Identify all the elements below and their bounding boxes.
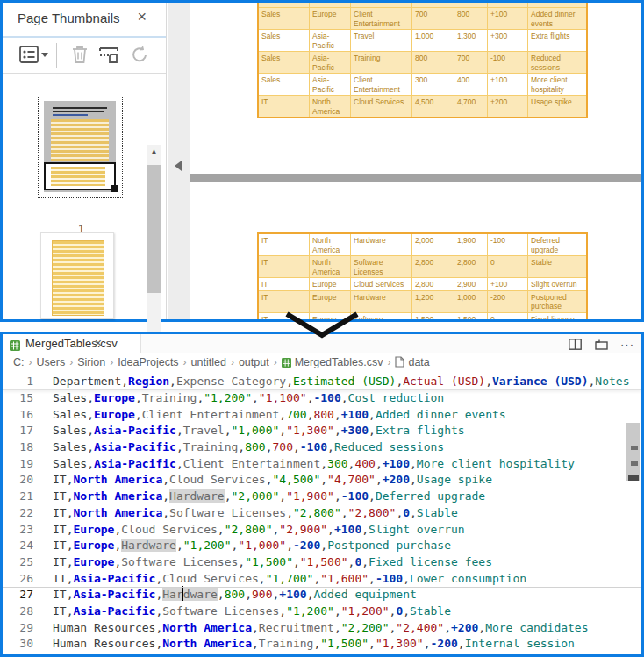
breadcrumb-item[interactable]: output [239, 356, 269, 368]
editor-scrollbar[interactable] [625, 373, 641, 654]
editor-scrollbar-thumb[interactable] [626, 423, 640, 481]
csv-field: Deferred upgrade [376, 489, 485, 503]
csv-field: Cost reduction [348, 391, 445, 404]
breadcrumb-item[interactable]: IdeaProjects [118, 356, 178, 368]
pdf-table-cell: Deferred upgrade [528, 234, 586, 255]
tab-close-icon[interactable]: × [95, 336, 102, 350]
breadcrumb-item[interactable]: C: [13, 356, 25, 368]
csv-field: "2,800" [225, 523, 273, 536]
breadcrumb-item-file[interactable]: MergedTables.csv [295, 356, 383, 368]
csv-field: North America [162, 621, 252, 634]
code-area[interactable]: 1Department,Region,Expense Category,Esti… [3, 373, 641, 654]
csv-line[interactable]: 20IT,North America,Cloud Services,"4,500… [3, 472, 641, 489]
delete-page-icon[interactable] [69, 44, 90, 68]
more-actions-icon[interactable]: ··· [620, 338, 634, 351]
csv-line[interactable]: 18Sales,Asia-Pacific,Training,800,700,-1… [3, 439, 641, 456]
csv-field: 700 [286, 408, 306, 421]
csv-field: -200 [431, 637, 458, 650]
csv-field: IT [53, 539, 67, 552]
csv-field: Cloud Services [162, 572, 259, 585]
csv-field: Training [259, 637, 314, 650]
breadcrumb-item[interactable]: untitled [191, 356, 226, 368]
csv-field: Europe [94, 391, 135, 404]
panel-resize-gutter[interactable] [168, 3, 190, 319]
insert-page-icon[interactable] [97, 44, 120, 68]
breadcrumb-item[interactable]: Users [37, 356, 66, 368]
csv-line[interactable]: 15Sales,Europe,Training,"1,200","1,100",… [3, 390, 641, 407]
csv-field: Slight overrun [369, 523, 465, 536]
thumbnail-viewport-box[interactable] [44, 162, 116, 190]
scroll-up-icon[interactable]: ▲ [147, 145, 161, 159]
split-editor-icon[interactable] [569, 338, 582, 353]
pdf-table-cut-cell [528, 3, 586, 7]
csv-line[interactable]: 26IT,Asia-Pacific,Cloud Services,"1,700"… [3, 571, 641, 588]
panel-scrollbar-thumb[interactable] [147, 165, 161, 293]
sticky-header-line[interactable]: 1Department,Region,Expense Category,Esti… [3, 373, 641, 390]
csv-field: +100 [383, 457, 410, 470]
pdf-table-cell: Cloud Services [351, 96, 411, 117]
breadcrumb-separator-icon: › [269, 356, 282, 368]
pdf-document-area[interactable]: SalesEuropeClient Entertainment700800+10… [190, 3, 641, 319]
pdf-table-cell: North America [310, 256, 350, 277]
pdf-table-cell: -100 [488, 52, 527, 73]
csv-line[interactable]: 30Human Resources,North America,Training… [3, 636, 641, 653]
csv-line[interactable]: 22IT,North America,Software Licenses,"2,… [3, 505, 641, 522]
csv-field: 700 [272, 440, 292, 453]
csv-field: "4,700" [327, 473, 376, 486]
csv-line[interactable]: 17Sales,Asia-Pacific,Travel,"1,000","1,3… [3, 423, 641, 439]
pdf-table-cell: 0 [488, 256, 527, 277]
csv-field: Training [142, 391, 197, 404]
breadcrumb-item-symbol[interactable]: data [408, 356, 429, 368]
close-icon[interactable]: × [137, 8, 147, 26]
pdf-table-cell: Cloud Services [351, 278, 411, 290]
thumbnail-options-icon[interactable] [18, 44, 39, 68]
csv-field: Postponed purchase [327, 539, 451, 552]
csv-field: +100 [341, 408, 369, 421]
csv-line[interactable]: 29Human Resources,North America,Recruitm… [3, 620, 641, 637]
csv-field: Hardware [121, 539, 176, 552]
tab-mergedtables-csv[interactable]: MergedTables.csv × [3, 334, 141, 353]
csv-field: Fixed license fees [369, 555, 492, 568]
csv-field: More client hospitality [417, 457, 575, 470]
csv-field: Notes [595, 375, 629, 388]
customize-layout-icon[interactable] [595, 338, 608, 353]
csv-field: Asia-Pacific [94, 424, 176, 437]
page-thumbnail-1[interactable]: 1 [38, 96, 123, 198]
chevron-down-icon[interactable] [41, 53, 48, 57]
csv-field: IT [53, 489, 67, 503]
collapse-panel-icon[interactable] [175, 161, 182, 171]
csv-field: "1,500" [300, 555, 348, 568]
csv-field: Europe [73, 539, 114, 552]
csv-line[interactable]: 28IT,Asia-Pacific,Software Licenses,"1,2… [3, 603, 641, 620]
page-thumbnails-panel: Page Thumbnails × [3, 3, 167, 319]
pdf-table-cell: 700 [454, 52, 487, 73]
tab-label: MergedTables.csv [25, 337, 118, 350]
pdf-table-cell: Software Licenses [351, 256, 411, 277]
pdf-table-cell: IT [259, 96, 309, 117]
csv-line[interactable]: 23IT,Europe,Cloud Services,"2,800","2,90… [3, 522, 641, 539]
pdf-table-cell: Asia-Pacific [310, 74, 350, 95]
csv-field: "1,500" [245, 555, 293, 568]
csv-field: 800 [245, 440, 265, 453]
csv-field: "2,800" [293, 506, 341, 519]
csv-field: Sales [53, 391, 87, 404]
csv-line[interactable]: 16Sales,Europe,Client Entertainment,700,… [3, 407, 641, 424]
csv-field: Asia-Pacific [73, 604, 155, 618]
csv-field: "1,200" [341, 604, 390, 618]
csv-line[interactable]: 25IT,Europe,Software Licenses,"1,500","1… [3, 554, 641, 571]
pdf-table-cell: Asia-Pacific [310, 52, 350, 73]
pdf-table-cell: 1,000 [412, 30, 454, 51]
csv-line[interactable]: 24IT,Europe,Hardware,"1,200","1,000",-20… [3, 538, 641, 554]
csv-field: IT [53, 506, 67, 519]
csv-line[interactable]: 21IT,North America,Hardware,"2,000","1,9… [3, 489, 641, 505]
csv-line[interactable]: 19Sales,Asia-Pacific,Client Entertainmen… [3, 456, 641, 473]
page-thumbnail-2[interactable] [40, 232, 114, 319]
csv-field: Human Resources [53, 637, 155, 650]
csv-field: Recruitment [259, 621, 334, 634]
viewport-resize-handle[interactable] [111, 185, 118, 192]
rotate-page-icon[interactable] [129, 44, 150, 68]
csv-line[interactable]: 27IT,Asia-Pacific,Hardware,800,900,+100,… [3, 587, 641, 603]
csv-field: Added dinner events [376, 408, 506, 421]
breadcrumb-item[interactable]: Sirion [77, 356, 105, 368]
line-number: 24 [3, 538, 33, 554]
